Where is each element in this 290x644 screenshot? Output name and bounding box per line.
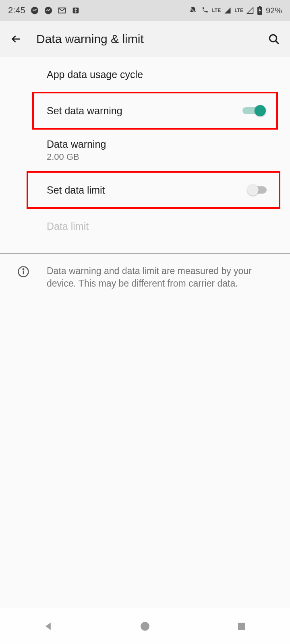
status-time: 2:45 (8, 5, 25, 16)
toggle-set-data-warning[interactable] (242, 103, 264, 118)
setting-set-data-warning[interactable]: Set data warning (34, 93, 276, 128)
gmail-icon (58, 6, 66, 15)
setting-data-warning[interactable]: Data warning 2.00 GB (0, 130, 290, 171)
lte-label: LTE (212, 8, 221, 13)
footer-text: Data warning and data limit are measured… (47, 265, 278, 290)
wifi-calling-icon (201, 6, 209, 14)
settings-list: App data usage cycle Set data warning Da… (0, 57, 290, 301)
nav-home-button[interactable] (121, 614, 169, 638)
signal-empty-icon (246, 7, 254, 14)
dnd-icon (188, 6, 197, 15)
setting-app-data-usage-cycle[interactable]: App data usage cycle (0, 57, 290, 92)
svg-point-7 (269, 35, 276, 41)
setting-subtitle: 2.00 GB (47, 152, 106, 162)
setting-title: Set data warning (47, 105, 122, 117)
page-title: Data warning & limit (36, 32, 254, 46)
footer-note: Data warning and data limit are measured… (0, 254, 290, 301)
battery-charging-icon (257, 6, 263, 15)
svg-rect-6 (259, 6, 261, 7)
search-button[interactable] (266, 31, 282, 47)
info-icon (17, 266, 29, 290)
battery-percentage: 92% (266, 6, 282, 15)
svg-line-8 (276, 41, 279, 43)
svg-point-11 (23, 269, 24, 270)
setting-data-limit: Data limit (0, 209, 290, 244)
setting-title: Data limit (47, 221, 89, 232)
signal-icon (224, 7, 231, 14)
nav-back-button[interactable] (24, 614, 72, 638)
lte-label: LTE (234, 8, 243, 13)
app-bar: Data warning & limit (0, 21, 290, 57)
nav-recents-button[interactable] (218, 614, 266, 638)
setting-set-data-limit[interactable]: Set data limit (28, 173, 279, 207)
messenger-icon (30, 6, 39, 15)
svg-point-12 (141, 622, 149, 631)
back-button[interactable] (8, 31, 24, 47)
usb-icon (71, 6, 80, 15)
setting-title: App data usage cycle (47, 69, 143, 80)
nav-bar (0, 608, 290, 644)
svg-rect-13 (238, 623, 245, 630)
highlight-set-data-warning: Set data warning (32, 92, 278, 130)
setting-title: Data warning (47, 138, 106, 150)
setting-title: Set data limit (47, 184, 105, 196)
status-bar: 2:45 LTE LTE 92% (0, 0, 290, 21)
highlight-set-data-limit: Set data limit (27, 171, 280, 209)
messenger-icon (44, 6, 53, 15)
toggle-set-data-limit[interactable] (249, 183, 271, 197)
